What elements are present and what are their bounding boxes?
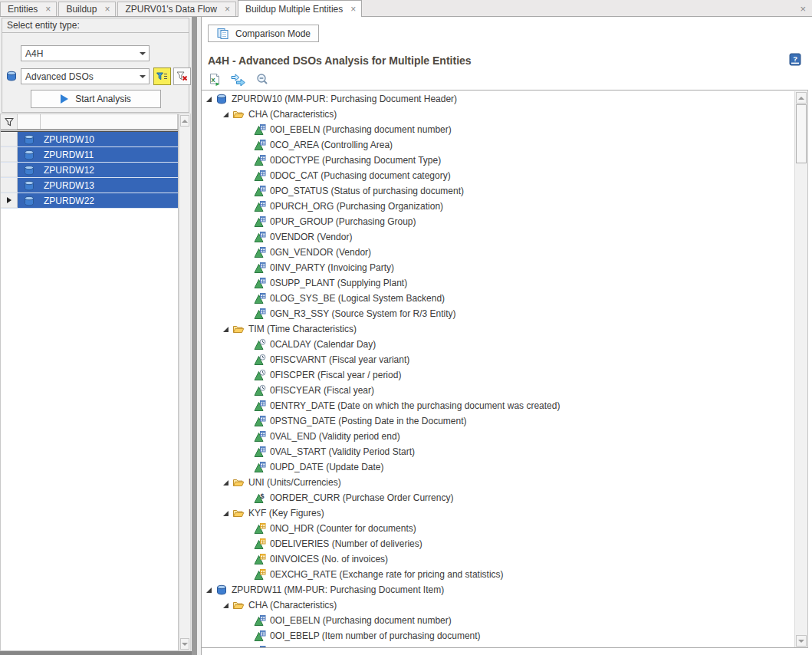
tab-zpurv01-s-data-flow[interactable]: ZPURV01's Data Flow× bbox=[117, 2, 235, 16]
row-indicator bbox=[1, 178, 18, 193]
tree-row[interactable]: 0FISCVARNT (Fiscal year variant) bbox=[202, 352, 794, 367]
tree-row[interactable]: 0OI_EBELP (Item number of purchasing doc… bbox=[202, 628, 794, 643]
scroll-up-button[interactable] bbox=[796, 92, 807, 104]
tree-scrollbar[interactable] bbox=[794, 91, 807, 647]
zoom-out-icon[interactable] bbox=[255, 73, 269, 87]
scroll-up-button[interactable] bbox=[180, 115, 189, 127]
entity-row[interactable]: ZPURDW12 bbox=[1, 163, 178, 178]
help-book-icon[interactable]: ? bbox=[789, 53, 801, 66]
entity-type-select[interactable]: Advanced DSOs bbox=[21, 68, 150, 84]
entity-name[interactable]: ZPURDW13 bbox=[41, 178, 178, 193]
tree-row[interactable]: 0PUR_GROUP (Purchasing Group) bbox=[202, 214, 794, 229]
panel-close-icon[interactable]: × bbox=[800, 3, 806, 15]
svg-text:?: ? bbox=[793, 54, 797, 63]
tab-buildup-multiple-entities[interactable]: Buildup Multiple Entities× bbox=[238, 0, 362, 17]
tree-row[interactable]: 0FISCPER (Fiscal year / period) bbox=[202, 367, 794, 383]
tree-row[interactable]: 0CO_AREA (Controlling Area) bbox=[202, 137, 794, 153]
entity-list: ZPURDW10ZPURDW11ZPURDW12ZPURDW13ZPURDW22 bbox=[0, 114, 179, 651]
filter-clear-icon bbox=[176, 71, 188, 81]
scroll-down-button[interactable] bbox=[180, 638, 189, 650]
cha-icon bbox=[254, 446, 266, 458]
tree-row[interactable]: 0INVOICES (No. of invoices) bbox=[202, 551, 794, 567]
expander-expanded-icon[interactable] bbox=[223, 603, 228, 608]
filter-clear-button[interactable] bbox=[173, 67, 191, 85]
tree-label: 0GN_VENDOR (Vendor) bbox=[270, 247, 371, 258]
tree-row[interactable]: ZPURDW10 (MM-PUR: Purchasing Document He… bbox=[202, 91, 794, 107]
tree-row[interactable]: 0GN_R3_SSY (Source System for R/3 Entity… bbox=[202, 306, 794, 321]
entity-row[interactable]: ZPURDW22 bbox=[1, 193, 178, 209]
tree-row[interactable]: 0NO_HDR (Counter for documents) bbox=[202, 521, 794, 536]
entity-name[interactable]: ZPURDW22 bbox=[41, 193, 178, 208]
expander-expanded-icon[interactable] bbox=[223, 327, 228, 332]
tree-row[interactable]: 0PSTNG_DATE (Posting Date in the Documen… bbox=[202, 413, 794, 429]
icon-column-header[interactable] bbox=[18, 114, 41, 130]
scroll-down-button[interactable] bbox=[796, 635, 807, 647]
export-excel-icon[interactable]: X bbox=[208, 73, 222, 87]
tree-row[interactable]: UNI (Units/Currencies) bbox=[202, 475, 794, 490]
name-column-header[interactable] bbox=[41, 114, 178, 130]
transfer-icon[interactable] bbox=[231, 73, 246, 87]
arrow-up-icon bbox=[798, 97, 804, 100]
filter-apply-button[interactable] bbox=[153, 67, 171, 85]
tree-row[interactable]: 0VAL_START (Validity Period Start) bbox=[202, 444, 794, 459]
cha-icon bbox=[254, 170, 266, 182]
system-select[interactable]: A4H bbox=[21, 45, 150, 61]
tree-row[interactable]: 0FISCYEAR (Fiscal year) bbox=[202, 383, 794, 398]
tree-row[interactable]: TIM (Time Characteristics) bbox=[202, 321, 794, 337]
panel-splitter[interactable] bbox=[192, 17, 197, 655]
expander-expanded-icon[interactable] bbox=[223, 112, 228, 117]
entity-name[interactable]: ZPURDW11 bbox=[41, 147, 178, 162]
tree-row[interactable]: 0PO_STATUS (Status of purchasing documen… bbox=[202, 183, 794, 199]
tree-row[interactable]: 0UPD_DATE (Update Date) bbox=[202, 459, 794, 475]
expander-expanded-icon[interactable] bbox=[223, 480, 228, 485]
tree-row[interactable]: CHA (Characteristics) bbox=[202, 597, 794, 613]
filter-row-icon[interactable] bbox=[1, 114, 18, 130]
tree-row[interactable]: 0GN_VENDOR (Vendor) bbox=[202, 245, 794, 260]
tree-row[interactable]: 0SUPP_PLANT (Supplying Plant) bbox=[202, 275, 794, 291]
entity-row[interactable]: ZPURDW11 bbox=[1, 147, 178, 163]
tree-label: 0FISCVARNT (Fiscal year variant) bbox=[270, 354, 409, 365]
tree-row[interactable]: CHA (Characteristics) bbox=[202, 107, 794, 122]
entity-name[interactable]: ZPURDW10 bbox=[41, 132, 178, 146]
tree-row[interactable]: 0CALDAY (Calendar Day) bbox=[202, 337, 794, 352]
comparison-mode-button[interactable]: Comparison Mode bbox=[208, 25, 319, 42]
tree-row[interactable]: $0ORDER_CURR (Purchase Order Currency) bbox=[202, 490, 794, 505]
entity-row[interactable]: ZPURDW13 bbox=[1, 178, 178, 193]
cha-icon bbox=[254, 277, 266, 289]
tab-close-icon[interactable]: × bbox=[350, 5, 356, 14]
tree-row[interactable] bbox=[202, 643, 794, 647]
tree-row[interactable]: 0EXCHG_RATE (Exchange rate for pricing a… bbox=[202, 567, 794, 582]
tree-row[interactable]: 0LOG_SYS_BE (Logical System Backend) bbox=[202, 291, 794, 306]
scrollbar-thumb[interactable] bbox=[796, 104, 807, 163]
cha-icon bbox=[254, 308, 266, 320]
tree-row[interactable]: 0ENTRY_DATE (Date on which the purchasin… bbox=[202, 398, 794, 413]
tree-label: 0INV_PARTY (Invoicing Party) bbox=[270, 262, 394, 273]
tab-close-icon[interactable]: × bbox=[225, 5, 230, 14]
tab-buildup[interactable]: Buildup× bbox=[58, 2, 116, 16]
cha-icon bbox=[254, 200, 266, 212]
tab-entities[interactable]: Entities× bbox=[0, 2, 57, 16]
tree-row[interactable]: KYF (Key Figures) bbox=[202, 505, 794, 521]
tree-row[interactable]: 0VAL_END (Validity period end) bbox=[202, 429, 794, 444]
entity-list-scrollbar[interactable] bbox=[179, 114, 191, 651]
entity-name[interactable]: ZPURDW12 bbox=[41, 163, 178, 177]
tab-close-icon[interactable]: × bbox=[45, 5, 51, 14]
tree-row[interactable]: 0VENDOR (Vendor) bbox=[202, 229, 794, 245]
tree-row[interactable]: 0DELIVERIES (Number of deliveries) bbox=[202, 536, 794, 551]
tree-label: 0VAL_START (Validity Period Start) bbox=[270, 446, 415, 457]
expander-expanded-icon[interactable] bbox=[206, 97, 212, 102]
dso-icon bbox=[18, 163, 41, 177]
tree-row[interactable]: 0INV_PARTY (Invoicing Party) bbox=[202, 260, 794, 275]
tree-row[interactable]: 0DOCTYPE (Purchasing Document Type) bbox=[202, 153, 794, 168]
tree-row[interactable]: 0OI_EBELN (Purchasing document number) bbox=[202, 613, 794, 628]
tab-close-icon[interactable]: × bbox=[104, 5, 110, 14]
tree-row[interactable]: 0DOC_CAT (Puchasing document category) bbox=[202, 168, 794, 183]
start-analysis-button[interactable]: Start Analysis bbox=[31, 90, 161, 108]
tree-row[interactable]: 0PURCH_ORG (Purchasing Organization) bbox=[202, 199, 794, 214]
entity-row[interactable]: ZPURDW10 bbox=[1, 132, 178, 147]
expander-expanded-icon[interactable] bbox=[206, 588, 212, 593]
current-row-marker-icon bbox=[7, 197, 12, 203]
tree-row[interactable]: 0OI_EBELN (Purchasing document number) bbox=[202, 122, 794, 137]
tree-row[interactable]: ZPURDW11 (MM-PUR: Purchasing Document It… bbox=[202, 582, 794, 597]
expander-expanded-icon[interactable] bbox=[223, 511, 228, 516]
